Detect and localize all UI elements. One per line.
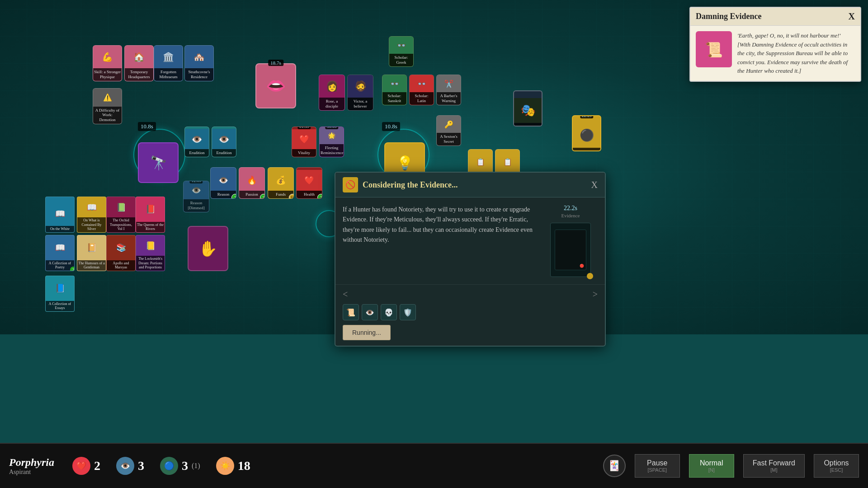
- gold-icon: ☀️: [216, 457, 234, 475]
- dialog-next-button[interactable]: >: [593, 289, 598, 300]
- card-erudition-2[interactable]: 👁️ Erudition: [212, 127, 236, 157]
- dialog-navigation: < >: [335, 284, 605, 304]
- dialog-considering-evidence: 🚫 Considering the Evidence... X If a Hun…: [335, 172, 606, 347]
- passion-stat: 👁️ 3: [116, 457, 144, 475]
- card-vitality[interactable]: 61.3s ❤️ Vitality: [292, 127, 316, 157]
- normal-speed-button[interactable]: Normal [N]: [689, 454, 734, 478]
- heart-icon: ❤️: [72, 457, 90, 475]
- card-passion[interactable]: 🔥 Passion 3: [239, 167, 265, 199]
- card-reason[interactable]: 👁️ Reason 2: [210, 167, 236, 199]
- pause-button[interactable]: Pause [SPACE]: [635, 454, 680, 478]
- dialog-prev-button[interactable]: <: [343, 289, 348, 300]
- tooltip-body: 📜 'Earth, gape! O, no, it will not harbo…: [690, 26, 860, 81]
- card-collection-essays[interactable]: 📘 A Collection of Essays: [45, 276, 75, 312]
- card-difficulty[interactable]: ⚠️ A Difficulty of Work: Demotion: [93, 88, 122, 124]
- card-on-the-white[interactable]: 📖 On the White: [45, 197, 75, 233]
- dialog-body: If a Hunter has found Notoriety, they wi…: [335, 197, 605, 284]
- hand-card[interactable]: ✋: [188, 226, 228, 271]
- dialog-icon: 🚫: [343, 177, 358, 192]
- card-barbers-warning[interactable]: ✂️ A Barber's Warning: [436, 75, 461, 105]
- options-button[interactable]: Options [ESC]: [814, 454, 859, 478]
- card-contained-by-silver[interactable]: 📖 On What is Contained By Silver: [77, 197, 106, 233]
- dialog-action-icons: 📜 👁️ 💀 🛡️: [335, 304, 605, 325]
- slot-timer-left: 10.8s: [138, 122, 156, 131]
- player-name: Porphyria: [9, 456, 54, 469]
- card-scholar-greek[interactable]: 👓 Scholar: Greek: [389, 36, 414, 67]
- eye-icon: 👁️: [116, 457, 134, 475]
- dialog-title: Considering the Evidence...: [363, 180, 587, 190]
- tooltip-header: Damning Evidence X: [690, 8, 860, 26]
- central-card[interactable]: 👄 18.7s: [255, 63, 296, 108]
- card-rose[interactable]: 👩 Rose, a disciple: [319, 75, 345, 111]
- deck-icon[interactable]: 🃏: [603, 455, 626, 477]
- player-info: Porphyria Aspirant: [9, 456, 54, 476]
- card-erudition-1[interactable]: 👁️ Erudition: [184, 127, 209, 157]
- dialog-header: 🚫 Considering the Evidence... X: [335, 173, 605, 197]
- player-title: Aspirant: [9, 469, 54, 476]
- dialog-icon-eye[interactable]: 👁️: [362, 304, 378, 320]
- dialog-run-button[interactable]: Running...: [343, 325, 391, 340]
- health-stat: ❤️ 2: [72, 457, 100, 475]
- slot-timer-right: 10.8s: [382, 122, 400, 131]
- dialog-close-button[interactable]: X: [591, 180, 598, 190]
- card-health[interactable]: ❤️ Health 2: [296, 167, 322, 199]
- tooltip-damning-evidence: Damning Evidence X 📜 'Earth, gape! O, no…: [689, 7, 861, 82]
- tooltip-icon: 📜: [696, 31, 732, 67]
- card-apollo-marsyas[interactable]: 📚 Apollo and Marsyas: [106, 235, 136, 271]
- card-mask-right[interactable]: 🎭: [513, 90, 542, 127]
- card-reason-dimmed[interactable]: 12.8s 👁️ Reason [Dimmed]: [183, 181, 209, 212]
- tooltip-close-button[interactable]: X: [849, 11, 855, 22]
- dialog-evidence-slot: 🔴: [550, 223, 591, 277]
- svg-text:📜: 📜: [705, 41, 723, 58]
- tooltip-title: Damning Evidence: [696, 12, 762, 21]
- card-victor[interactable]: 🧔 Victor, a believer: [347, 75, 373, 111]
- card-skill-physique[interactable]: 💪 Skill: a Stronger Physique: [93, 45, 122, 81]
- mind-value: 3: [182, 459, 188, 473]
- card-strathcovne[interactable]: 🏘️ Strathcovne's Residence: [184, 45, 214, 81]
- card-scholar-latin[interactable]: 👓 Scholar: Latin: [409, 75, 434, 105]
- tooltip-text: 'Earth, gape! O, no, it will not harbour…: [737, 31, 855, 75]
- mind-icon: 🔵: [160, 457, 178, 475]
- gold-stat: ☀️ 18: [216, 457, 250, 475]
- telescope-card[interactable]: 🔭: [138, 142, 179, 183]
- dialog-icon-scroll[interactable]: 📜: [343, 304, 359, 320]
- card-sextons-secret[interactable]: 🔑 A Sexton's Secret: [436, 115, 461, 146]
- card-collection-poetry[interactable]: 📖 A Collection of Poetry 2: [45, 235, 75, 271]
- bottom-bar: Porphyria Aspirant ❤️ 2 👁️ 3 🔵 3 (1) ☀️ …: [0, 443, 868, 488]
- dialog-description: If a Hunter has found Notoriety, they wi…: [343, 205, 536, 277]
- passion-value: 3: [138, 459, 144, 473]
- mind-bonus: (1): [192, 462, 200, 470]
- card-far-right-timer[interactable]: 22.2s ⚫: [572, 115, 601, 151]
- card-locksmith-dream[interactable]: 📒 The Locksmith's Dream: Portions and Pr…: [136, 235, 165, 271]
- dialog-icon-skull[interactable]: 💀: [381, 304, 397, 320]
- fast-forward-button[interactable]: Fast Forward [M]: [743, 454, 805, 478]
- card-queens-rivers[interactable]: 📕 The Queens of the Rivers: [136, 197, 165, 233]
- mind-stat: 🔵 3 (1): [160, 457, 200, 475]
- dialog-icon-shield[interactable]: 🛡️: [400, 304, 416, 320]
- dialog-timer: 22.2s Evidence: [561, 205, 580, 219]
- card-humours-gentleman[interactable]: 📔 The Humours of a Gentleman: [77, 235, 106, 271]
- dialog-sidebar: 22.2s Evidence 🔴: [543, 205, 598, 277]
- card-orchid-transpositions[interactable]: 📗 The Orchid Transpositions, Vol I: [106, 197, 136, 233]
- gold-value: 18: [238, 459, 250, 473]
- central-card-timer: 18.7s: [268, 60, 283, 66]
- card-fleeting-reminiscence[interactable]: 50.0s 🌟 Fleeting Reminiscence: [319, 127, 344, 157]
- card-temporary-hq[interactable]: 🏠 Temporary Headquarters: [124, 45, 154, 81]
- health-value: 2: [94, 459, 100, 473]
- card-scholar-sanskrit[interactable]: 👓 Scholar: Sanskrit: [382, 75, 407, 105]
- card-funds[interactable]: 💰 Funds 16: [268, 167, 294, 199]
- card-forgotten-mithraeum[interactable]: 🏛️ Forgotten Mithraeum: [154, 45, 183, 81]
